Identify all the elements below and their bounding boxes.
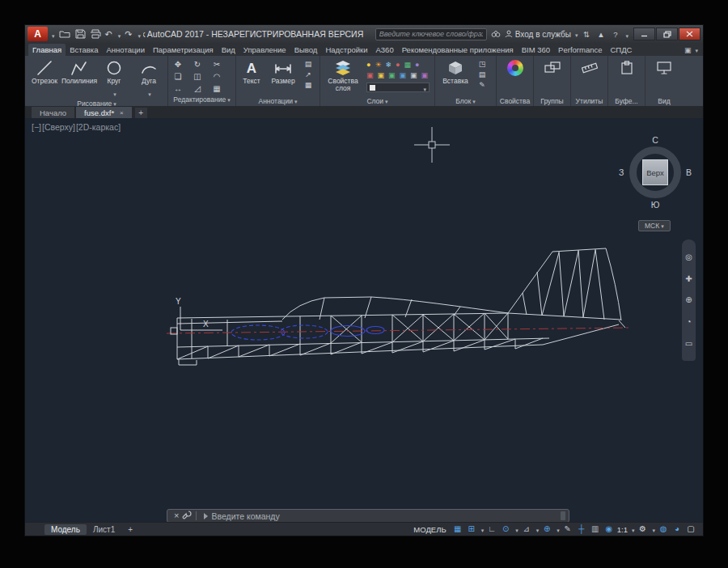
isometric-icon[interactable]: ⊿ xyxy=(521,525,532,533)
plot-button[interactable] xyxy=(90,28,101,40)
ribbon-tab-bim360[interactable]: BIM 360 xyxy=(518,44,554,56)
tool-measure[interactable] xyxy=(573,57,607,78)
help-caret-icon[interactable] xyxy=(624,27,629,41)
isometric-caret-icon[interactable] xyxy=(535,525,540,534)
layer-thaw-icon[interactable]: ☀ xyxy=(375,61,381,69)
create-block-icon[interactable]: ◳ xyxy=(479,60,486,68)
clean-screen-icon[interactable]: ▢ xyxy=(685,525,696,533)
close-button[interactable] xyxy=(679,28,700,40)
command-customize-icon[interactable] xyxy=(182,509,192,523)
orbit-icon[interactable]: ◔ xyxy=(686,317,691,326)
layer-off-icon[interactable]: ▣ xyxy=(410,72,417,79)
command-line[interactable]: × Введите команду xyxy=(167,509,569,522)
panel-draw-title[interactable]: Рисование xyxy=(26,100,167,106)
zoom-icon[interactable]: ⊕ xyxy=(685,295,692,304)
model-space-canvas[interactable]: Y X [−] [Сверху] [2D-каркас] С Ю З В Вер… xyxy=(25,118,703,522)
panel-block-title[interactable]: Блок xyxy=(435,96,496,106)
open-button[interactable] xyxy=(59,28,71,40)
panel-modify-title[interactable]: Редактирование xyxy=(168,95,235,104)
edit-block-icon[interactable]: ▤ xyxy=(479,70,486,78)
rotate-icon[interactable]: ↻ xyxy=(194,61,201,69)
command-prompt-text[interactable]: Введите команду xyxy=(211,511,279,521)
panel-clipboard-title[interactable]: Буфе... xyxy=(608,96,645,106)
polar-tracking-icon[interactable]: ⊙ xyxy=(500,525,511,533)
viewcube-east-label[interactable]: В xyxy=(686,167,692,177)
layer-match-icon[interactable]: ▣ xyxy=(378,72,385,79)
copy-icon[interactable]: ❏ xyxy=(175,73,182,81)
ribbon-tab-insert[interactable]: Вставка xyxy=(66,44,102,56)
viewcube-west-label[interactable]: З xyxy=(619,167,624,177)
model-tab[interactable]: Модель xyxy=(44,524,87,535)
command-scroll-grip[interactable] xyxy=(561,511,565,520)
file-tab-current[interactable]: fuse.dxf* × xyxy=(76,107,132,118)
tool-text[interactable]: A Текст xyxy=(238,57,265,85)
viewcube-north-label[interactable]: С xyxy=(652,135,658,145)
ribbon-tab-addins[interactable]: Надстройки xyxy=(321,44,371,56)
tool-paste[interactable] xyxy=(610,57,644,78)
leader-icon[interactable]: ↗ xyxy=(305,70,311,78)
tool-circle[interactable]: Круг xyxy=(97,57,131,100)
move-icon[interactable]: ✥ xyxy=(175,61,181,69)
viewport-view-control[interactable]: [Сверху] xyxy=(42,122,75,132)
command-close-icon[interactable]: × xyxy=(171,511,182,520)
steering-wheel-icon[interactable]: ◎ xyxy=(685,252,692,261)
file-tab-start[interactable]: Начало xyxy=(32,107,74,118)
viewcube-top-face[interactable]: Верх xyxy=(642,159,668,185)
annotation-scale-caret-icon[interactable] xyxy=(630,525,635,534)
ribbon-display-toggle[interactable]: ▣ xyxy=(684,46,692,54)
tool-view-interface[interactable] xyxy=(647,57,681,78)
help-icon[interactable]: ? xyxy=(609,30,621,39)
undo-button[interactable]: ↶ xyxy=(105,28,112,40)
a360-sync-icon[interactable]: ⇅ xyxy=(580,30,592,39)
layer-state-icon[interactable]: ▣ xyxy=(366,72,374,79)
minimize-button[interactable] xyxy=(633,28,655,40)
performance-icon[interactable]: ◕ xyxy=(671,525,683,533)
redo-button[interactable]: ↷ xyxy=(125,28,132,40)
array-icon[interactable]: ▦ xyxy=(213,85,220,93)
fillet-icon[interactable]: ◠ xyxy=(214,73,221,81)
scale-icon[interactable]: ◿ xyxy=(194,85,201,93)
layer-dropdown[interactable] xyxy=(366,83,430,92)
workspace-icon[interactable]: ⚙ xyxy=(637,525,648,533)
layer-isolate-icon[interactable]: ● xyxy=(415,61,419,69)
dynamic-input-icon[interactable]: ┼ xyxy=(576,525,587,533)
restore-button[interactable] xyxy=(656,28,678,40)
panel-groups-title[interactable]: Группы xyxy=(534,96,570,106)
ribbon-tab-home[interactable]: Главная xyxy=(28,44,66,56)
layer-walk-icon[interactable]: ▣ xyxy=(400,72,407,79)
transparency-icon[interactable]: ▥ xyxy=(590,525,601,533)
new-drawing-tab-button[interactable]: + xyxy=(135,108,147,118)
save-button[interactable] xyxy=(75,28,86,40)
polar-caret-icon[interactable] xyxy=(514,525,518,534)
showmotion-icon[interactable]: ▭ xyxy=(685,339,692,348)
layer-freeze-icon[interactable]: ❄ xyxy=(386,61,392,69)
layer-merge-icon[interactable]: ▣ xyxy=(421,72,429,79)
panel-view-title[interactable]: Вид xyxy=(645,96,683,106)
table-icon[interactable]: ▤ xyxy=(305,60,312,68)
ribbon-tab-annotate[interactable]: Аннотации xyxy=(102,44,149,56)
tool-line[interactable]: Отрезок xyxy=(28,57,61,85)
tool-polyline[interactable]: Полилиния xyxy=(62,57,96,85)
ribbon-tab-spds[interactable]: СПДС xyxy=(606,44,636,56)
tool-group[interactable] xyxy=(535,57,569,78)
snap-caret-icon[interactable] xyxy=(480,525,485,534)
ortho-icon[interactable]: ∟ xyxy=(486,525,497,533)
layer-prev-icon[interactable]: ▣ xyxy=(388,72,396,79)
viewcube-south-label[interactable]: Ю xyxy=(651,200,660,210)
ribbon-tab-output[interactable]: Вывод xyxy=(290,44,322,56)
undo-caret-icon[interactable] xyxy=(116,27,121,41)
ribbon-tab-view[interactable]: Вид xyxy=(218,44,239,56)
ribbon-tab-parametric[interactable]: Параметризация xyxy=(149,44,218,56)
osnap-caret-icon[interactable] xyxy=(555,525,560,534)
selection-cycling-icon[interactable]: ◉ xyxy=(603,525,615,533)
tool-properties[interactable] xyxy=(498,57,532,78)
search-input[interactable] xyxy=(375,28,487,40)
annotation-scale-button[interactable]: 1:1 xyxy=(617,525,628,534)
arc-flyout-caret-icon[interactable] xyxy=(146,85,151,100)
file-tab-close-icon[interactable]: × xyxy=(120,109,124,117)
circle-flyout-caret-icon[interactable] xyxy=(112,85,116,100)
viewcube[interactable]: С Ю З В Верх xyxy=(620,138,690,207)
attributes-icon[interactable]: ✎ xyxy=(479,81,485,89)
qat-customize-caret-icon[interactable] xyxy=(136,27,141,41)
panel-layers-title[interactable]: Слои xyxy=(320,96,434,106)
